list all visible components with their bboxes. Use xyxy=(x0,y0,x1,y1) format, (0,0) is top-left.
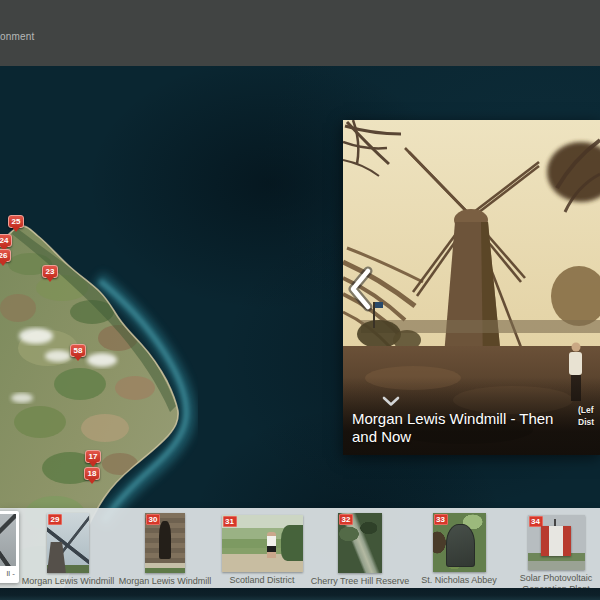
popup-caption-fragment: (Lef Dist xyxy=(578,404,594,428)
top-bar-text: onment xyxy=(0,31,35,42)
thumbnail-image: 31 xyxy=(222,515,303,572)
thumbnail-badge: 30 xyxy=(146,514,160,525)
top-bar: onment xyxy=(0,0,600,67)
thumbnail-label: Morgan Lewis Windmill xyxy=(119,576,212,587)
map-pin-18[interactable]: 18 xyxy=(84,467,100,480)
carousel-item-31[interactable]: 31 Scotland District xyxy=(207,513,317,586)
thumbnail-image: 29 xyxy=(47,513,89,573)
story-map-app: onment xyxy=(0,0,600,600)
map-pin-24[interactable]: 24 xyxy=(0,234,12,247)
carousel-item-30[interactable]: 30 Morgan Lewis Windmill xyxy=(110,513,220,587)
thumbnail-badge: 32 xyxy=(339,514,353,525)
thumbnail-label: Scotland District xyxy=(229,575,294,586)
map-pin-25[interactable]: 25 xyxy=(8,215,24,228)
map-pin-23[interactable]: 23 xyxy=(42,265,58,278)
thumbnail-image: 33 xyxy=(433,513,486,572)
thumbnail-image: 30 xyxy=(145,513,185,573)
thumbnail-image: 34 xyxy=(528,515,585,570)
thumbnail-label: Cherry Tree Hill Reserve xyxy=(311,576,410,587)
map-pin-26[interactable]: 26 xyxy=(0,249,11,262)
thumbnail-badge: 34 xyxy=(529,516,543,527)
thumbnail-image: 32 xyxy=(338,513,382,573)
carousel-item-29[interactable]: 29 Morgan Lewis Windmill xyxy=(13,513,123,587)
thumbnail-badge: 33 xyxy=(434,514,448,525)
map-pin-17[interactable]: 17 xyxy=(85,450,101,463)
popup-caption-line2: Dist xyxy=(578,416,594,428)
carousel-item-32[interactable]: 32 Cherry Tree Hill Reserve xyxy=(305,513,415,587)
popup-title: Morgan Lewis Windmill - Then and Now xyxy=(352,410,577,445)
bottom-map-strip xyxy=(0,588,600,600)
map-pin-58[interactable]: 58 xyxy=(70,344,86,357)
thumbnail-badge: 31 xyxy=(223,516,237,527)
thumbnail-label: St. Nicholas Abbey xyxy=(421,575,497,586)
popup-caption-line1: (Lef xyxy=(578,404,594,416)
chevron-down-icon[interactable] xyxy=(382,396,400,407)
chevron-left-icon[interactable] xyxy=(346,266,376,312)
thumbnail-label: Morgan Lewis Windmill xyxy=(22,576,115,587)
carousel-item-33[interactable]: 33 St. Nicholas Abbey xyxy=(404,513,514,586)
carousel-item-34[interactable]: 34 Solar Photovoltaic Generation Plant xyxy=(501,513,600,595)
thumbnail-badge: 29 xyxy=(48,514,62,525)
location-popup[interactable]: Morgan Lewis Windmill - Then and Now (Le… xyxy=(343,120,600,455)
thumbnail-carousel: ll - 29 Morgan Lewis Windmill 30 Morgan … xyxy=(0,508,600,588)
